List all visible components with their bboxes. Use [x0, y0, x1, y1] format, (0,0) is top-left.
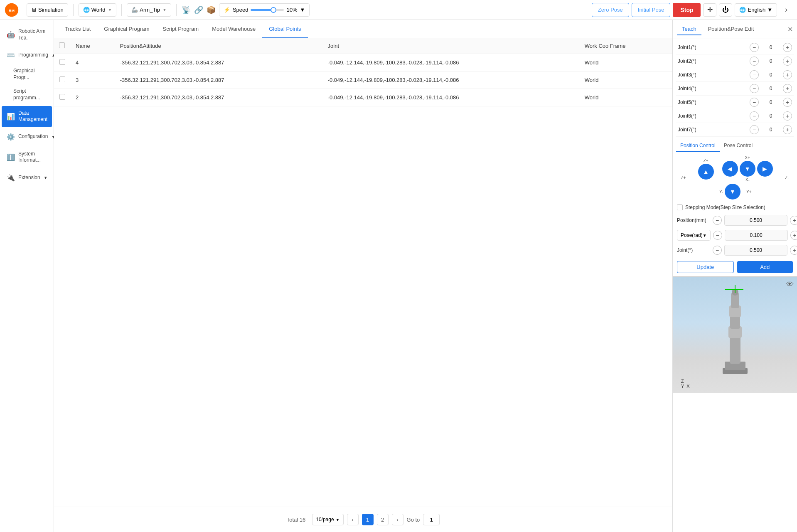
sidebar-item-script-prog[interactable]: Script programm...	[2, 85, 52, 104]
header-checkbox[interactable]	[59, 42, 65, 48]
per-page-select[interactable]: 10/page ▼	[312, 514, 343, 525]
joystick-center: Z+ ▲ X+ ◀ ▼ ▶ X-	[685, 155, 786, 200]
row-checkbox-0[interactable]	[59, 59, 65, 65]
position-control-tab[interactable]: Position Control	[676, 140, 720, 152]
joint-plus-btn[interactable]: +	[790, 246, 797, 255]
x-plus-label: X+	[745, 155, 750, 160]
go-to-label: Go to	[407, 517, 420, 523]
header-joint: Joint	[323, 38, 580, 54]
joint-1-minus-btn[interactable]: −	[750, 43, 759, 52]
arm-dropdown[interactable]: 🦾 Arm_Tip ▼	[127, 3, 171, 17]
z-plus-btn[interactable]: ▲	[698, 164, 714, 180]
joint-2-minus-btn[interactable]: −	[750, 57, 759, 66]
sidebar-item-data-management[interactable]: 📊 Data Management	[2, 106, 52, 127]
go-to-input[interactable]	[423, 514, 440, 525]
add-button[interactable]: Add	[737, 261, 793, 273]
right-panel: Teach Position&Pose Edit ✕ Joint1(°) − 0…	[672, 20, 797, 532]
panel-close-btn[interactable]: ✕	[787, 25, 793, 33]
pose-plus-btn[interactable]: +	[790, 231, 797, 240]
y-minus-btn[interactable]: ◀	[722, 161, 738, 177]
pose-input[interactable]	[725, 230, 788, 241]
sidebar-item-extension[interactable]: 🔌 Extension ▼	[2, 170, 52, 186]
simulation-mode-btn[interactable]: 🖥 Simulation	[27, 3, 68, 17]
joint-4-plus-btn[interactable]: +	[783, 84, 792, 93]
tab-tracks-list[interactable]: Tracks List	[58, 20, 97, 38]
power-icon-btn[interactable]: ⏻	[719, 3, 732, 17]
pose-select-caret: ▼	[703, 233, 707, 238]
joint-6-plus-btn[interactable]: +	[783, 111, 792, 121]
joint-param-label: Joint(°)	[677, 247, 710, 253]
page-1-btn[interactable]: 1	[362, 514, 374, 525]
joint-5-minus-btn[interactable]: −	[750, 98, 759, 107]
joint-7-minus-btn[interactable]: −	[750, 125, 759, 134]
sidebar-item-programming[interactable]: ⌨️ Programming ▲	[2, 47, 52, 63]
next-page-btn[interactable]: ›	[392, 514, 403, 525]
back-arrow-btn[interactable]: ›	[780, 3, 793, 17]
row-checkbox-1[interactable]	[59, 76, 65, 82]
tab-model-warehouse[interactable]: Model Warehouse	[205, 20, 262, 38]
y-plus-btn[interactable]: ▶	[757, 161, 773, 177]
stepping-mode-checkbox[interactable]	[677, 204, 683, 210]
crosshair-icon-btn[interactable]: ✛	[703, 3, 716, 17]
simulation-icon: 🖥	[31, 7, 37, 13]
position-input[interactable]	[724, 215, 787, 226]
position-plus-btn[interactable]: +	[790, 216, 797, 225]
joint-3-plus-btn[interactable]: +	[783, 70, 792, 79]
sidebar-item-system-info[interactable]: ℹ️ System Informat...	[2, 147, 52, 168]
lang-flag: 🌐	[739, 7, 746, 13]
joint-minus-btn[interactable]: −	[713, 246, 722, 255]
extension-icon: 🔌	[7, 174, 15, 182]
teach-tab[interactable]: Teach	[677, 23, 701, 35]
joint-4-value: 0	[760, 86, 781, 91]
pose-edit-tab[interactable]: Position&Pose Edit	[703, 23, 759, 35]
row-frame-0: World	[580, 54, 672, 71]
joint-7-plus-btn[interactable]: +	[783, 125, 792, 134]
row-joint-2: -0.049,-12.144,-19.809,-100.283,-0.028,-…	[323, 89, 580, 106]
initial-pose-button[interactable]: Initial Pose	[632, 3, 671, 17]
update-button[interactable]: Update	[677, 261, 734, 273]
stop-button[interactable]: Stop	[673, 3, 701, 17]
sidebar-item-configuration[interactable]: ⚙️ Configuration ▼	[2, 129, 52, 145]
tab-script-program[interactable]: Script Program	[156, 20, 205, 38]
z-minus-btn[interactable]: ▼	[725, 184, 740, 200]
joint-1-plus-btn[interactable]: +	[783, 43, 792, 52]
joint-3-minus-btn[interactable]: −	[750, 70, 759, 79]
speed-slider[interactable]	[251, 9, 284, 11]
tab-graphical-program[interactable]: Graphical Program	[97, 20, 156, 38]
table-row: 3 -356.32,121.291,300.702,3.03,-0.854,2.…	[54, 71, 672, 89]
joint-4-minus-btn[interactable]: −	[750, 84, 759, 93]
joint-label-2: Joint2(°)	[678, 58, 748, 64]
panel-action-btns: Update Add	[673, 258, 797, 276]
sidebar-robotic-arm-label: Robotic Arm Tea.	[18, 28, 47, 41]
speed-value: 10%	[286, 7, 297, 13]
language-dropdown[interactable]: 🌐 English ▼	[735, 3, 777, 17]
pose-minus-btn[interactable]: −	[713, 231, 722, 240]
joint-2-plus-btn[interactable]: +	[783, 57, 792, 66]
sidebar-item-robotic-arm[interactable]: 🤖 Robotic Arm Tea.	[2, 24, 52, 45]
joystick-area: Z+ Z+ ▲ X+ ◀ ▼ ▶	[673, 152, 797, 202]
page-2-btn[interactable]: 2	[377, 514, 389, 525]
sidebar-item-graphical-prog[interactable]: Graphical Progr...	[2, 64, 52, 84]
prev-page-btn[interactable]: ‹	[347, 514, 359, 525]
zero-pose-button[interactable]: Zero Pose	[592, 3, 629, 17]
header-checkbox-cell	[54, 38, 71, 54]
tab-global-points[interactable]: Global Points	[262, 20, 307, 38]
row-position-1: -356.32,121.291,300.702,3.03,-0.854,2.88…	[115, 71, 323, 89]
joint-6-minus-btn[interactable]: −	[750, 111, 759, 121]
row-checkbox-2[interactable]	[59, 94, 65, 100]
position-minus-btn[interactable]: −	[713, 216, 722, 225]
joint-label-7: Joint7(°)	[678, 127, 748, 133]
pose-select[interactable]: Pose(rad) ▼	[677, 230, 711, 241]
pose-control-tab[interactable]: Pose Control	[720, 140, 757, 152]
world-label: World	[91, 7, 106, 13]
y-minus-label: Y-	[719, 190, 723, 194]
main-layout: 🤖 Robotic Arm Tea. ⌨️ Programming ▲ Grap…	[0, 20, 797, 532]
joint-label-5: Joint5(°)	[678, 99, 748, 105]
top-right-btns: Zero Pose Initial Pose Stop ✛ ⏻ 🌐 Englis…	[592, 3, 793, 17]
joint-5-plus-btn[interactable]: +	[783, 98, 792, 107]
center-down-btn[interactable]: ▼	[740, 161, 755, 177]
joint-input[interactable]	[724, 245, 787, 256]
xy-axis-labels: Y X	[681, 384, 690, 389]
world-dropdown[interactable]: 🌐 World ▼	[79, 3, 117, 17]
y-axis-label: Y	[681, 384, 684, 389]
